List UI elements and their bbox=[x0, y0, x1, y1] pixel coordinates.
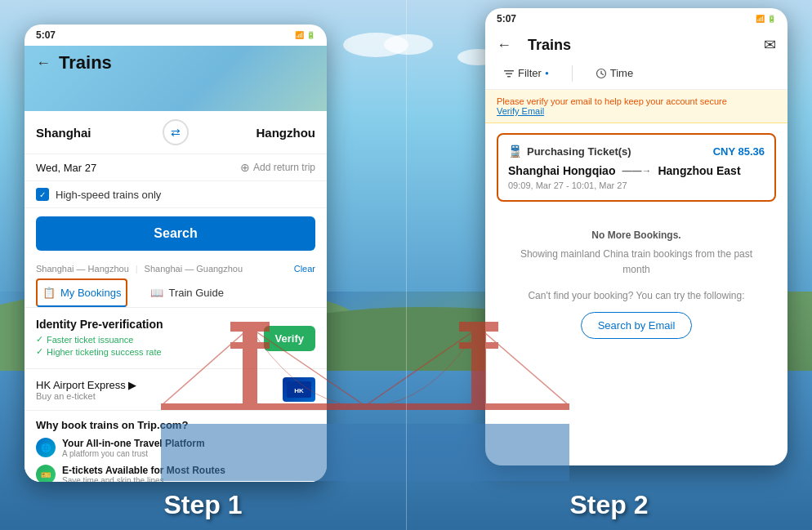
recent-route-1[interactable]: Shanghai — Hangzhou bbox=[36, 264, 129, 274]
filter-divider bbox=[572, 65, 573, 82]
identity-title: Identity Pre-verification bbox=[36, 318, 163, 331]
mail-icon[interactable]: ✉ bbox=[764, 36, 776, 54]
bookings-icon: 📋 bbox=[42, 287, 56, 299]
header-content: ← Trains bbox=[25, 46, 327, 80]
identity-item-2: ✓ Higher ticketing success rate bbox=[36, 346, 163, 357]
svg-line-10 bbox=[365, 327, 479, 406]
hk-info: HK Airport Express ▶ Buy an e-ticket bbox=[36, 379, 136, 401]
tab-my-bookings[interactable]: 📋 My Bookings bbox=[36, 278, 127, 307]
identity-item-1-label: Faster ticket issuance bbox=[47, 335, 133, 345]
back-button[interactable]: ← bbox=[36, 55, 51, 72]
plus-icon: ⊕ bbox=[240, 161, 250, 174]
page-title-right: Trains bbox=[528, 37, 571, 54]
status-bar-left: 5:07 📶 🔋 bbox=[25, 24, 327, 46]
high-speed-checkbox[interactable]: ✓ bbox=[36, 188, 49, 201]
time-button[interactable]: Time bbox=[589, 64, 640, 82]
step-divider bbox=[406, 0, 407, 530]
email-banner: Please verify your email to help keep yo… bbox=[485, 90, 787, 123]
purchasing-label: 🚆 Purchasing Ticket(s) bbox=[508, 145, 631, 158]
status-time-right: 5:07 bbox=[497, 13, 516, 24]
booking-dates: 09:09, Mar 27 - 10:01, Mar 27 bbox=[508, 180, 765, 190]
recent-routes: Shanghai — Hangzhou | Shanghai — Guangzh… bbox=[25, 259, 327, 278]
why-icon-2: 🎫 bbox=[36, 465, 56, 482]
filter-button[interactable]: Filter ● bbox=[497, 64, 555, 82]
page-title-left: Trains bbox=[59, 52, 112, 73]
from-station: Shanghai Hongqiao bbox=[508, 164, 615, 177]
step2-label: Step 2 bbox=[406, 480, 812, 530]
booking-card[interactable]: 🚆 Purchasing Ticket(s) CNY 85.36 Shangha… bbox=[497, 133, 776, 202]
right-header: ← Trains ✉ Filter ● bbox=[485, 29, 787, 90]
status-bar-right: 5:07 📶 🔋 bbox=[485, 8, 787, 29]
svg-line-8 bbox=[161, 327, 250, 406]
to-city[interactable]: Hangzhou bbox=[195, 126, 315, 140]
svg-rect-15 bbox=[506, 73, 512, 74]
back-button-right[interactable]: ← bbox=[497, 37, 511, 54]
add-return-label: Add return trip bbox=[253, 162, 315, 173]
verify-email-link[interactable]: Verify Email bbox=[497, 106, 544, 116]
to-station: Hangzhou East bbox=[658, 164, 740, 177]
right-header-left: ← Trains bbox=[497, 37, 571, 54]
swap-button[interactable]: ⇄ bbox=[163, 119, 189, 145]
tab-bookings-label: My Bookings bbox=[60, 287, 121, 299]
hk-subtitle: Buy an e-ticket bbox=[36, 391, 136, 401]
status-icons-right: 📶 🔋 bbox=[756, 15, 776, 23]
svg-rect-1 bbox=[161, 403, 569, 410]
from-city[interactable]: Shanghai bbox=[36, 126, 156, 140]
filter-time-row: Filter ● Time bbox=[485, 60, 787, 90]
check-icon-2: ✓ bbox=[36, 346, 43, 357]
clear-button[interactable]: Clear bbox=[294, 264, 315, 274]
no-bookings-sub: Showing mainland China train bookings fr… bbox=[510, 247, 763, 278]
step1-label: Step 1 bbox=[0, 480, 406, 530]
high-speed-label: High-speed trains only bbox=[56, 189, 161, 201]
svg-rect-14 bbox=[504, 70, 514, 72]
status-time-left: 5:07 bbox=[36, 29, 56, 41]
svg-line-11 bbox=[479, 327, 569, 406]
status-icons-left: 📶 🔋 bbox=[295, 31, 315, 39]
svg-rect-3 bbox=[230, 322, 270, 332]
train-icon: 🚆 bbox=[508, 145, 522, 158]
svg-rect-2 bbox=[243, 326, 257, 408]
svg-rect-0 bbox=[161, 424, 569, 481]
ticket-price: CNY 85.36 bbox=[713, 145, 765, 158]
search-button[interactable]: Search bbox=[36, 216, 315, 251]
route-arrow: ——→ bbox=[622, 165, 651, 176]
filter-label: Filter bbox=[518, 67, 542, 79]
booking-card-header: 🚆 Purchasing Ticket(s) CNY 85.36 bbox=[508, 145, 765, 158]
bridge-decoration bbox=[161, 277, 569, 481]
booking-route: Shanghai Hongqiao ——→ Hangzhou East bbox=[508, 164, 765, 177]
svg-rect-16 bbox=[507, 76, 511, 78]
add-return-button[interactable]: ⊕ Add return trip bbox=[240, 161, 315, 174]
search-by-email-button[interactable]: Search by Email bbox=[581, 312, 693, 339]
cloud bbox=[384, 34, 433, 55]
high-speed-row: ✓ High-speed trains only bbox=[25, 181, 327, 208]
recent-route-2[interactable]: Shanghai — Guangzhou bbox=[145, 264, 243, 274]
filter-dot: ● bbox=[545, 69, 549, 77]
filter-icon bbox=[503, 68, 515, 79]
time-label: Time bbox=[610, 67, 633, 79]
header-bg: ← Trains bbox=[25, 46, 327, 111]
identity-item-2-label: Higher ticketing success rate bbox=[47, 347, 162, 357]
time-icon bbox=[596, 68, 607, 79]
identity-info: Identity Pre-verification ✓ Faster ticke… bbox=[36, 318, 163, 359]
svg-line-19 bbox=[601, 73, 604, 75]
svg-rect-5 bbox=[471, 326, 486, 408]
email-banner-text: Please verify your email to help keep yo… bbox=[497, 96, 727, 106]
svg-rect-6 bbox=[459, 322, 498, 332]
date-row: Wed, Mar 27 ⊕ Add return trip bbox=[25, 154, 327, 181]
route-row: Shanghai ⇄ Hangzhou bbox=[25, 111, 327, 154]
purchasing-text: Purchasing Ticket(s) bbox=[527, 145, 631, 158]
swap-icon: ⇄ bbox=[171, 126, 181, 139]
svg-rect-4 bbox=[230, 342, 270, 349]
why-icon-1: 🌐 bbox=[36, 438, 56, 457]
identity-item-1: ✓ Faster ticket issuance bbox=[36, 334, 163, 345]
travel-date[interactable]: Wed, Mar 27 bbox=[36, 162, 96, 174]
check-icon-1: ✓ bbox=[36, 334, 43, 345]
svg-line-9 bbox=[250, 327, 365, 406]
right-header-row: ← Trains ✉ bbox=[485, 29, 787, 60]
hk-title[interactable]: HK Airport Express ▶ bbox=[36, 379, 136, 391]
no-bookings-title: No More Bookings. bbox=[510, 228, 763, 243]
